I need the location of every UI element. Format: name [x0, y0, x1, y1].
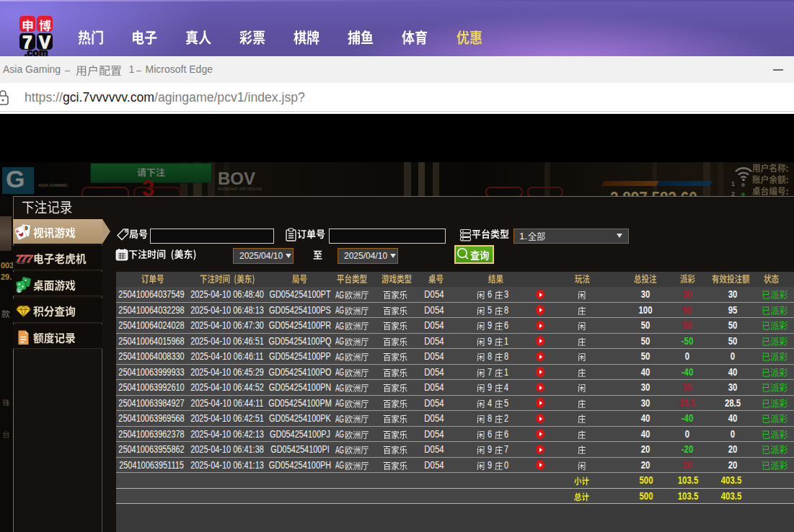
svg-text:$: $: [18, 288, 20, 293]
